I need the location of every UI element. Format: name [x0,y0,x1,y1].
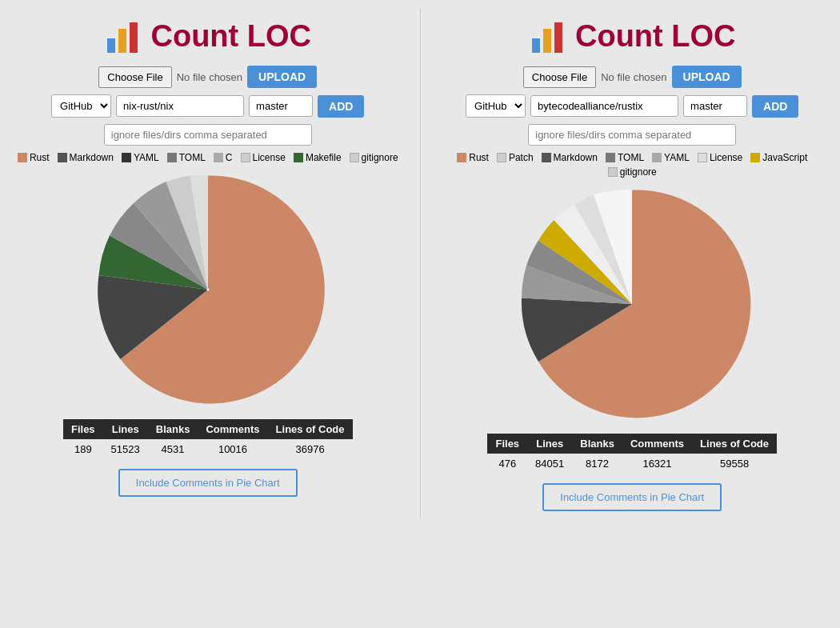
svg-rect-5 [543,29,551,53]
legend-label-markdown-2: Markdown [554,152,598,163]
legend-color-license-2 [698,153,707,162]
th-lines-1: Lines [103,419,148,439]
add-btn-2[interactable]: ADD [752,95,798,118]
td-loc-2: 59558 [692,454,777,474]
legend-label-toml-2: TOML [618,152,644,163]
repo-row-1: GitHub GitLab ADD [16,94,400,118]
logo-title-2: Count LOC [575,19,736,54]
provider-select-2[interactable]: GitHub GitLab [466,94,526,118]
th-files-1: Files [63,419,103,439]
legend-color-gitignore-1 [350,153,359,162]
legend-label-gitignore-2: gitignore [620,166,657,178]
legend-item-rust-2: Rust [457,152,489,163]
legend-label-rust-2: Rust [469,152,489,163]
svg-rect-0 [107,38,115,53]
legend-label-toml-1: TOML [179,152,206,163]
branch-input-2[interactable] [683,95,747,117]
th-comments-1: Comments [198,419,267,439]
ignore-input-2[interactable] [528,124,736,146]
logo-title-1: Count LOC [150,19,311,54]
svg-rect-6 [554,22,562,53]
ignore-input-1[interactable] [104,124,312,146]
panel-1: Count LOC Choose File No file chosen UPL… [8,8,408,519]
panel-divider [420,8,421,519]
legend-color-license-1 [241,153,250,162]
legend-color-makefile-1 [294,153,303,162]
legend-label-rust-1: Rust [30,152,50,163]
main-container: Count LOC Choose File No file chosen UPL… [8,8,832,519]
file-controls-1: Choose File No file chosen UPLOAD [16,66,400,88]
upload-btn-2[interactable]: UPLOAD [672,66,742,88]
choose-file-btn-1[interactable]: Choose File [98,66,171,88]
legend-color-patch-2 [497,153,506,162]
legend-item-patch-2: Patch [497,152,534,163]
no-file-text-2: No file chosen [601,71,666,83]
legend-label-license-2: License [710,152,742,163]
th-lines-2: Lines [527,434,572,454]
include-comments-btn-2[interactable]: Include Comments in Pie Chart [542,483,722,511]
add-btn-1[interactable]: ADD [318,95,364,118]
panel-2: Count LOC Choose File No file chosen UPL… [433,8,833,519]
choose-file-btn-2[interactable]: Choose File [523,66,596,88]
legend-item-toml-2: TOML [606,152,644,163]
legend-item-toml-1: TOML [167,152,206,163]
legend-label-yaml-1: YAML [134,152,159,163]
repo-row-2: GitHub GitLab ADD [441,94,825,118]
td-lines-1: 51523 [103,439,148,459]
legend-label-markdown-1: Markdown [70,152,114,163]
legend-color-c-1 [214,153,223,162]
legend-color-yaml-1 [122,153,131,162]
stats-table-2: Files Lines Blanks Comments Lines of Cod… [487,434,777,474]
th-loc-1: Lines of Code [268,419,353,439]
upload-btn-1[interactable]: UPLOAD [247,66,317,88]
legend-item-yaml-1: YAML [122,152,159,163]
legend-item-rust-1: Rust [18,152,50,163]
bar-chart-icon-1 [104,16,144,56]
legend-item-makefile-1: Makefile [294,152,342,163]
logo-area-2: Count LOC [529,16,736,56]
td-blanks-1: 4531 [148,439,198,459]
stats-table-1: Files Lines Blanks Comments Lines of Cod… [63,419,353,459]
legend-color-rust-2 [457,153,466,162]
legend-1: Rust Markdown YAML TOML C License [18,152,398,163]
legend-color-javascript-2 [750,153,760,162]
branch-input-1[interactable] [249,95,313,117]
legend-color-markdown-2 [542,153,551,162]
repo-input-2[interactable] [530,95,678,117]
legend-item-markdown-2: Markdown [542,152,598,163]
stats-row-2: 476 84051 8172 16321 59558 [487,454,777,474]
repo-input-1[interactable] [116,95,244,117]
legend-item-yaml-2: YAML [652,152,690,163]
td-files-2: 476 [487,454,527,474]
bar-chart-icon-2 [529,16,569,56]
th-blanks-2: Blanks [572,434,622,454]
file-controls-2: Choose File No file chosen UPLOAD [441,66,825,88]
legend-color-yaml-2 [652,153,662,162]
th-loc-2: Lines of Code [692,434,777,454]
provider-select-1[interactable]: GitHub GitLab [51,94,111,118]
legend-item-license-1: License [241,152,286,163]
legend-item-gitignore-1: gitignore [350,152,398,163]
legend-color-rust-1 [18,153,27,162]
legend-label-license-1: License [253,152,286,163]
stats-row-1: 189 51523 4531 10016 36976 [63,439,353,459]
legend-color-toml-1 [167,153,177,162]
svg-rect-4 [532,38,540,53]
td-loc-1: 36976 [268,439,353,459]
legend-item-c-1: C [214,152,233,163]
th-files-2: Files [487,434,527,454]
svg-rect-1 [118,29,126,53]
legend-color-toml-2 [606,153,615,162]
include-comments-btn-1[interactable]: Include Comments in Pie Chart [118,469,298,497]
legend-label-patch-2: Patch [509,152,534,163]
legend-item-javascript-2: JavaScript [750,152,807,163]
legend-item-markdown-1: Markdown [58,152,114,163]
pie-chart-1 [88,170,328,410]
legend-label-yaml-2: YAML [664,152,690,163]
legend-color-markdown-1 [58,153,67,162]
td-files-1: 189 [63,439,103,459]
legend-label-gitignore-1: gitignore [362,152,398,163]
legend-label-makefile-1: Makefile [306,152,342,163]
td-lines-2: 84051 [527,454,572,474]
legend-2: Rust Patch Markdown TOML YAML License [441,152,825,178]
